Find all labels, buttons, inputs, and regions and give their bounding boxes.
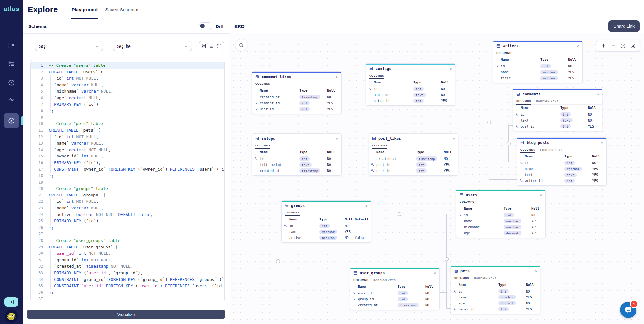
diff-toggle[interactable] xyxy=(199,22,212,30)
toggle-knob xyxy=(200,24,205,28)
drag-handle-icon[interactable]: ✥ xyxy=(597,92,599,96)
sidebar-item-runs[interactable] xyxy=(4,75,19,90)
tab-columns[interactable]: COLUMNS xyxy=(255,82,270,87)
lines-icon[interactable] xyxy=(209,43,214,49)
erd-table-users[interactable]: users ✥ COLUMNSNameTypeNullidintNOnameva… xyxy=(456,190,546,238)
sidebar-item-schemas[interactable] xyxy=(4,56,19,71)
table-rows: created_attimestampNOpost_idintYESuser_i… xyxy=(369,156,458,175)
erd-table-user_groups[interactable]: user_groups ✥ COLUMNSFOREIGN KEYSNameTyp… xyxy=(350,268,440,310)
column-headers: NameTypeNull xyxy=(369,149,458,156)
sidebar-item-dashboard[interactable] xyxy=(4,38,19,53)
erd-table-groups[interactable]: groups ✥ COLUMNSNameTypeNullDefaultidint… xyxy=(281,200,371,243)
drag-handle-icon[interactable]: ✥ xyxy=(365,203,368,208)
drag-handle-icon[interactable]: ✥ xyxy=(434,271,436,275)
tab-columns[interactable]: COLUMNS xyxy=(369,74,384,79)
column-row-post_id: post_idintYES xyxy=(513,123,602,129)
drag-handle-icon[interactable]: ✥ xyxy=(577,44,579,48)
sidebar-item-activity[interactable] xyxy=(4,92,19,107)
null-value: NO xyxy=(441,93,445,97)
column-row-name: namevarcharYES xyxy=(282,229,371,235)
column-name: user_id xyxy=(358,291,372,295)
drag-handle-icon[interactable]: ✥ xyxy=(450,66,452,71)
column-row-title: titlevarcharYES xyxy=(493,75,582,81)
dashboard-icon xyxy=(8,42,15,49)
column-name: active xyxy=(289,236,301,240)
zoom-in-button[interactable] xyxy=(601,43,606,48)
column-row-init_script: init_scripttextNO xyxy=(252,162,341,168)
visualize-button[interactable]: Visualize xyxy=(27,310,225,319)
erd-table-comments[interactable]: comments ✥ COLUMNSFOREIGN KEYSNameTypeNu… xyxy=(513,89,602,131)
tab-columns[interactable]: COLUMNS xyxy=(516,99,531,105)
null-value: NO xyxy=(327,169,331,173)
dialect-select[interactable]: SQL xyxy=(35,41,103,51)
drag-handle-icon[interactable]: ✥ xyxy=(453,136,455,141)
code-text: PRIMARY KEY (`id`) xyxy=(49,101,99,108)
code-text: -- Create "users" table xyxy=(49,63,105,68)
expand-icon[interactable] xyxy=(217,43,222,49)
tab-saved-schemas[interactable]: Saved Schemas xyxy=(101,0,143,19)
erd-table-configs[interactable]: configs ✥ COLUMNSNameTypeNullidintNOapp_… xyxy=(366,63,455,106)
sql-code-editor[interactable]: 1-- Create "users" table2CREATE TABLE `u… xyxy=(30,60,225,303)
drag-handle-icon[interactable]: ✥ xyxy=(540,193,542,197)
fit-screen-button[interactable] xyxy=(630,43,636,48)
type-badge: varchar xyxy=(504,225,521,229)
engine-select[interactable]: SQLite xyxy=(113,41,192,51)
code-text: ); xyxy=(49,225,54,230)
tab-foreign-keys[interactable]: FOREIGN KEYS xyxy=(373,279,396,283)
line-number: 16 xyxy=(31,160,43,166)
erd-table-setups[interactable]: setups ✥ COLUMNSNameTypeNullidintNOinit_… xyxy=(252,133,342,176)
tab-columns[interactable]: COLUMNS xyxy=(454,276,469,281)
user-avatar[interactable] xyxy=(5,310,18,323)
table-name: comments xyxy=(523,92,541,96)
table-icon xyxy=(285,204,289,207)
column-name: init_script xyxy=(260,163,282,167)
code-line-30: 30`user_id` int NOT NULL, xyxy=(31,250,224,257)
column-name: id xyxy=(521,112,525,116)
drag-handle-icon[interactable]: ✥ xyxy=(535,269,537,273)
column-row-post_id: post_idintYES xyxy=(369,162,458,168)
column-name: id xyxy=(501,64,505,68)
drag-handle-icon[interactable]: ✥ xyxy=(601,140,603,145)
line-number: 31 xyxy=(31,257,43,264)
login-button[interactable] xyxy=(4,297,18,307)
chat-widget-button[interactable]: 1 xyxy=(620,302,636,318)
tab-columns[interactable]: COLUMNS xyxy=(460,200,474,205)
canvas-search-button[interactable] xyxy=(235,39,247,51)
erd-table-pets[interactable]: pets ✥ COLUMNSFOREIGN KEYSNameTypeNullid… xyxy=(451,266,540,314)
tab-columns[interactable]: COLUMNS xyxy=(285,211,300,216)
drag-handle-icon[interactable]: ✥ xyxy=(336,75,338,79)
erd-table-post_likes[interactable]: post_likes ✥ COLUMNSNameTypeNullcreated_… xyxy=(369,133,458,176)
erd-canvas[interactable]: 1 comment_likes ✥ COLUMNSNameTypeNullcre… xyxy=(230,33,644,324)
column-name: post_id xyxy=(376,163,390,167)
code-text: CREATE TABLE `users` ( xyxy=(49,70,103,74)
code-line-26: 26); xyxy=(31,225,224,231)
sidebar-item-explore[interactable] xyxy=(4,113,19,128)
line-number: 29 xyxy=(31,244,43,251)
type-badge: int xyxy=(416,162,427,167)
activity-icon xyxy=(8,96,15,103)
type-badge: timestamp xyxy=(416,156,437,161)
database-icon[interactable] xyxy=(201,43,206,49)
key-icon xyxy=(254,101,257,105)
tab-foreign-keys[interactable]: FOREIGN KEYS xyxy=(540,148,562,153)
type-badge: text xyxy=(413,93,426,97)
drag-handle-icon[interactable]: ✥ xyxy=(336,136,338,141)
share-link-button[interactable]: Share Link xyxy=(608,20,640,32)
center-view-button[interactable] xyxy=(620,43,626,48)
tab-playground[interactable]: Playground xyxy=(68,0,101,19)
table-tabs: COLUMNSFOREIGN KEYS xyxy=(350,277,439,283)
erd-table-blog_posts[interactable]: blog_posts ✥ COLUMNSFOREIGN KEYSNameType… xyxy=(517,137,607,186)
tab-columns[interactable]: COLUMNS xyxy=(496,51,511,56)
tab-columns[interactable]: COLUMNS xyxy=(255,144,270,149)
tab-columns[interactable]: COLUMNS xyxy=(353,278,368,283)
type-badge: int xyxy=(540,64,551,68)
column-row-id: idintNO xyxy=(517,160,606,166)
erd-table-comment_likes[interactable]: comment_likes ✥ COLUMNSNameTypeNullcreat… xyxy=(252,71,342,114)
zoom-out-button[interactable] xyxy=(611,43,616,48)
erd-table-writers[interactable]: writers ✥ COLUMNSNameTypeNullidintNOname… xyxy=(493,41,583,83)
tab-foreign-keys[interactable]: FOREIGN KEYS xyxy=(474,277,496,281)
tab-columns[interactable]: COLUMNS xyxy=(372,144,387,149)
tab-columns[interactable]: COLUMNS xyxy=(520,148,535,153)
play-circle-icon xyxy=(8,79,15,86)
tab-foreign-keys[interactable]: FOREIGN KEYS xyxy=(536,100,558,104)
